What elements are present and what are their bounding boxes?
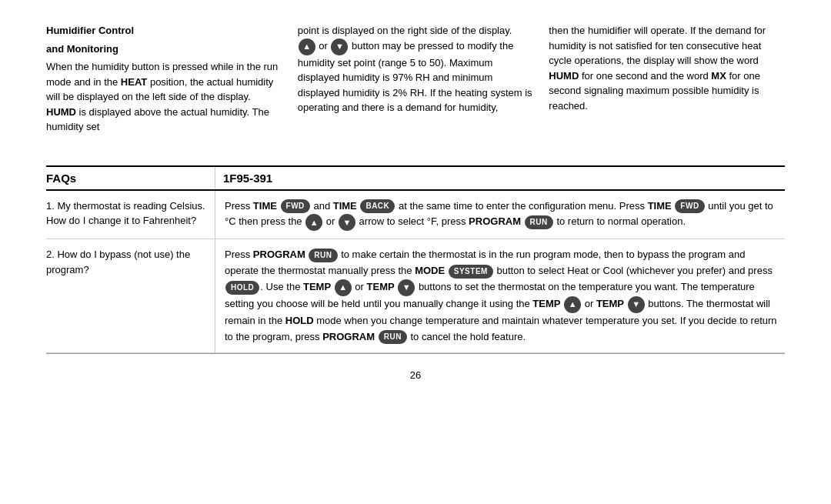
fwd-btn: FWD [281, 199, 310, 213]
page-content: Humidifier Control and Monitoring When t… [46, 23, 785, 381]
top-section: Humidifier Control and Monitoring When t… [46, 23, 785, 147]
page-number: 26 [46, 369, 785, 381]
temp-up-icon: ▲ [335, 279, 352, 296]
faq-header: FAQs 1F95-391 [46, 167, 785, 191]
temp-down-icon: ▼ [398, 279, 415, 296]
down-arrow-icon-2: ▼ [339, 214, 355, 231]
run-btn-3: RUN [379, 330, 407, 344]
temp-down-icon-2: ▼ [628, 296, 645, 313]
hold-btn: HOLD [225, 281, 259, 295]
section-title-line2: and Monitoring [46, 42, 282, 57]
col1: Humidifier Control and Monitoring When t… [46, 23, 282, 135]
system-btn: SYSTEM [449, 265, 493, 279]
back-btn: BACK [360, 199, 395, 213]
faq-row-2: 2. How do I bypass (not use) the program… [46, 239, 785, 353]
up-arrow-icon: ▲ [299, 38, 315, 55]
col1-body: When the humidity button is pressed whil… [46, 59, 282, 135]
run-btn: RUN [525, 215, 553, 229]
col2: point is displayed on the right side of … [298, 23, 534, 135]
faq-row-1: 1. My thermostat is reading Celsius. How… [46, 191, 785, 240]
up-arrow-icon-2: ▲ [305, 214, 322, 231]
temp-up-icon-2: ▲ [564, 296, 581, 313]
faq-answer-1: Press TIME FWD and TIME BACK at the same… [215, 191, 785, 239]
col3: then the humidifier will operate. If the… [549, 23, 785, 135]
col2-body: point is displayed on the right side of … [298, 23, 534, 115]
faq-answer-2: Press PROGRAM RUN to make certain the th… [215, 239, 785, 352]
down-arrow-icon: ▼ [331, 38, 348, 55]
fwd-btn-2: FWD [675, 199, 704, 213]
faq-header-left: FAQs [46, 167, 215, 189]
faq-question-2: 2. How do I bypass (not use) the program… [46, 239, 215, 352]
faq-header-right: 1F95-391 [215, 167, 785, 189]
run-btn-2: RUN [309, 249, 337, 262]
section-title-line1: Humidifier Control [46, 23, 282, 38]
col3-body: then the humidifier will operate. If the… [549, 23, 785, 113]
faq-question-1: 1. My thermostat is reading Celsius. How… [46, 191, 215, 239]
faq-table: FAQs 1F95-391 1. My thermostat is readin… [46, 165, 785, 355]
